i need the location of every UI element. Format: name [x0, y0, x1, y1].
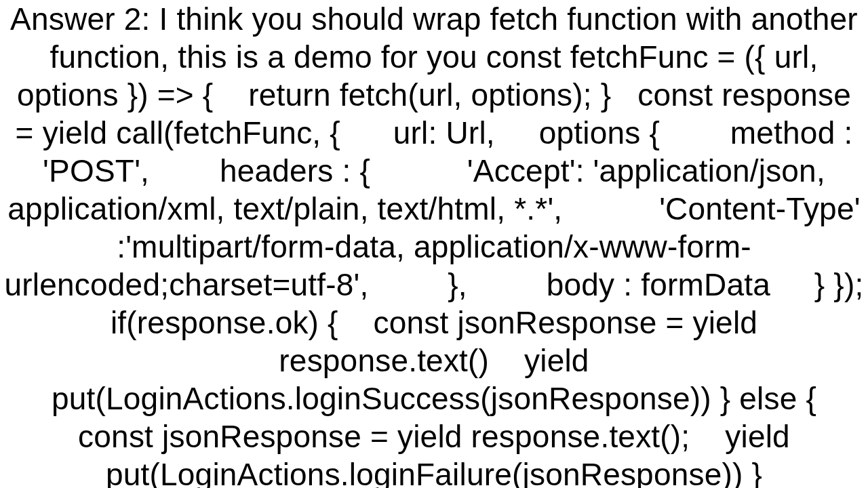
- answer-body-text: Answer 2: I think you should wrap fetch …: [0, 0, 868, 488]
